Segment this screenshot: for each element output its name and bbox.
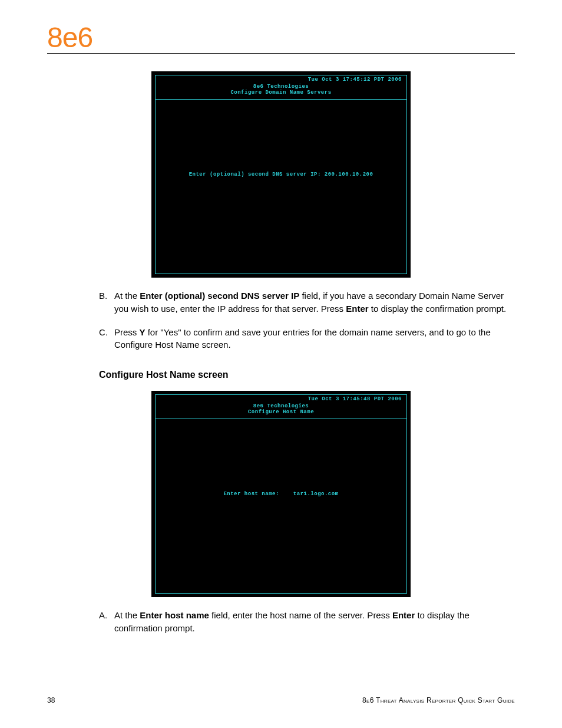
terminal-screenshot-hostname: Tue Oct 3 17:45:48 PDT 2006 8e6 Technolo… xyxy=(151,391,411,597)
guide-title: 8e6 Threat Analysis Reporter Quick Start… xyxy=(362,696,515,704)
logo-8e6: 8e6 xyxy=(47,24,92,52)
step-letter: A. xyxy=(99,609,114,635)
text-fragment: Press xyxy=(114,327,140,337)
step-a: A. At the Enter host name field, enter t… xyxy=(99,609,509,635)
step-text: At the Enter (optional) second DNS serve… xyxy=(114,289,509,315)
section-heading: Configure Host Name screen xyxy=(99,368,509,381)
prompt-value: tar1.logo.com xyxy=(293,491,339,497)
page-footer: 38 8e6 Threat Analysis Reporter Quick St… xyxy=(47,696,515,704)
prompt-label: Enter host name: xyxy=(223,491,279,497)
text-fragment: for "Yes" to confirm and save your entri… xyxy=(114,327,491,350)
step-b: B. At the Enter (optional) second DNS se… xyxy=(99,289,509,315)
page-number: 38 xyxy=(47,696,55,704)
bold-key: Enter xyxy=(392,610,415,620)
document-page: 8e6 Tue Oct 3 17:45:12 PDT 2006 8e6 Tech… xyxy=(0,0,562,728)
terminal-prompt: Enter (optional) second DNS server IP: 2… xyxy=(189,172,373,177)
terminal-frame: Tue Oct 3 17:45:12 PDT 2006 8e6 Technolo… xyxy=(155,75,407,274)
text-fragment: At the xyxy=(114,291,140,301)
text-fragment: At the xyxy=(114,610,140,620)
terminal-prompt: Enter host name:tar1.logo.com xyxy=(223,491,338,497)
bold-key: Y xyxy=(140,327,146,337)
text-fragment: field, enter the host name of the server… xyxy=(209,610,392,620)
bold-field-name: Enter (optional) second DNS server IP xyxy=(140,291,299,301)
content-area: B. At the Enter (optional) second DNS se… xyxy=(47,289,515,381)
terminal-body: Enter (optional) second DNS server IP: 2… xyxy=(156,75,406,274)
bold-key: Enter xyxy=(346,304,368,314)
step-letter: C. xyxy=(99,326,114,352)
terminal-body: Enter host name:tar1.logo.com xyxy=(156,395,406,593)
step-text: At the Enter host name field, enter the … xyxy=(114,609,509,635)
step-text: Press Y for "Yes" to confirm and save yo… xyxy=(114,326,509,352)
text-fragment: to display the confirmation prompt. xyxy=(369,304,506,314)
step-c: C. Press Y for "Yes" to confirm and save… xyxy=(99,326,509,352)
page-header: 8e6 xyxy=(47,24,515,54)
content-area-2: A. At the Enter host name field, enter t… xyxy=(47,609,515,635)
terminal-frame: Tue Oct 3 17:45:48 PDT 2006 8e6 Technolo… xyxy=(155,394,407,594)
step-letter: B. xyxy=(99,289,114,315)
terminal-screenshot-dns: Tue Oct 3 17:45:12 PDT 2006 8e6 Technolo… xyxy=(151,71,411,278)
bold-field-name: Enter host name xyxy=(140,610,209,620)
